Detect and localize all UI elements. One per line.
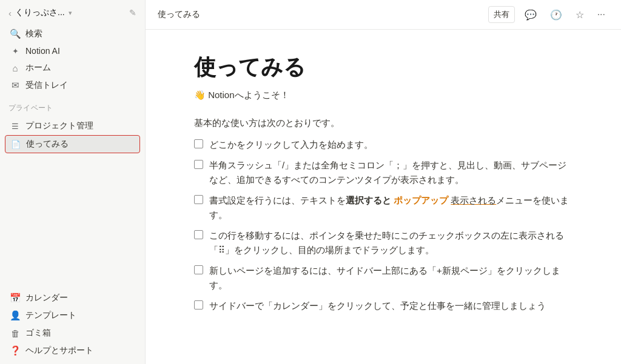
sidebar-item-inbox[interactable]: ✉ 受信トレイ (5, 77, 140, 94)
share-label: 共有 (494, 9, 509, 20)
more-options-button[interactable]: ··· (594, 7, 609, 22)
content-area: 使ってみる 👋 Notionへようこそ！ 基本的な使い方は次のとおりです。 どこ… (146, 30, 621, 364)
private-nav: ☰ プロジェクト管理 📄 使ってみる (0, 115, 145, 156)
checklist-text-3: 書式設定を行うには、テキストを選択すると ポップアップ 表示されるメニューを使い… (209, 193, 572, 222)
sidebar-top: ‹ くりっぷさ... ▾ ✎ (0, 0, 145, 23)
page-title: 使ってみる (194, 54, 572, 80)
checklist-item-3: 書式設定を行うには、テキストを選択すると ポップアップ 表示されるメニューを使い… (194, 193, 572, 222)
templates-icon: 👤 (10, 310, 21, 321)
inbox-icon: ✉ (10, 80, 21, 91)
checklist-3-orange: ポップアップ (394, 195, 448, 205)
notion-ai-icon: ✦ (10, 47, 21, 56)
chevron-down-icon: ▾ (69, 9, 72, 17)
checklist-text-1: どこかをクリックして入力を始めます。 (209, 137, 572, 152)
sidebar-nav: 🔍 検索 ✦ Notion AI ⌂ ホーム ✉ 受信トレイ (0, 23, 145, 96)
sidebar-item-search[interactable]: 🔍 検索 (5, 25, 140, 42)
help-icon: ❓ (10, 345, 21, 356)
project-icon: ☰ (10, 122, 21, 131)
checklist-item-6: サイドバーで「カレンダー」をクリックして、予定と仕事を一緒に管理しましょう (194, 299, 572, 313)
checkbox-5[interactable] (194, 265, 203, 274)
sidebar-bottom: 📅 カレンダー 👤 テンプレート 🗑 ゴミ箱 ❓ ヘルプとサポート (0, 287, 145, 364)
checkbox-2[interactable] (194, 160, 203, 169)
sidebar-item-notion-ai[interactable]: ✦ Notion AI (5, 43, 140, 59)
checkbox-1[interactable] (194, 139, 203, 148)
sidebar-item-notion-ai-label: Notion AI (25, 46, 60, 56)
sidebar-item-templates-label: テンプレート (25, 310, 76, 321)
checklist-text-6: サイドバーで「カレンダー」をクリックして、予定と仕事を一緒に管理しましょう (209, 299, 572, 313)
sidebar-item-help-label: ヘルプとサポート (25, 345, 93, 356)
sidebar-item-try-it[interactable]: 📄 使ってみる (5, 135, 140, 153)
back-icon: ‹ (8, 8, 12, 18)
sidebar-item-calendar[interactable]: 📅 カレンダー (5, 290, 140, 306)
breadcrumb: 使ってみる (158, 9, 200, 20)
calendar-icon: 📅 (10, 293, 21, 303)
comment-button[interactable]: 💬 (521, 7, 540, 23)
trash-icon: 🗑 (10, 328, 21, 339)
topbar-actions: 共有 💬 🕐 ☆ ··· (488, 6, 609, 23)
sidebar-item-inbox-label: 受信トレイ (25, 80, 68, 91)
checklist-text-5: 新しいページを追加するには、サイドバー上部にある「+新規ページ」をクリックします… (209, 263, 572, 293)
checklist-3-bold: 選択すると (346, 195, 391, 205)
workspace-name: くりっぷさ... (15, 7, 65, 18)
history-button[interactable]: 🕐 (546, 7, 566, 23)
sidebar-item-help[interactable]: ❓ ヘルプとサポート (5, 342, 140, 359)
checklist-item-1: どこかをクリックして入力を始めます。 (194, 137, 572, 152)
sidebar: ‹ くりっぷさ... ▾ ✎ 🔍 検索 ✦ Notion AI ⌂ ホーム ✉ … (0, 0, 146, 364)
search-icon: 🔍 (10, 28, 21, 39)
sidebar-item-search-label: 検索 (25, 28, 42, 39)
checklist-text-4: この行を移動するには、ポインタを乗せた時にこのチェックボックスの左に表示される「… (209, 228, 572, 257)
checklist-3-part1: 書式設定を行うには、テキストを (209, 195, 346, 205)
main-area: 使ってみる 共有 💬 🕐 ☆ ··· 使ってみる 👋 Notionへようこそ！ … (146, 0, 621, 364)
sidebar-item-home-label: ホーム (25, 62, 51, 73)
sidebar-item-home[interactable]: ⌂ ホーム (5, 59, 140, 76)
checkbox-3[interactable] (194, 195, 203, 204)
topbar: 使ってみる 共有 💬 🕐 ☆ ··· (146, 0, 621, 30)
checklist-item-2: 半角スラッシュ「/」または全角セミコロン「；」を押すと、見出し、動画、サブページ… (194, 158, 572, 187)
sidebar-item-project[interactable]: ☰ プロジェクト管理 (5, 117, 140, 134)
sidebar-item-try-it-label: 使ってみる (26, 139, 69, 150)
favorite-button[interactable]: ☆ (572, 7, 588, 23)
checkbox-4[interactable] (194, 230, 203, 239)
sidebar-item-calendar-label: カレンダー (25, 293, 68, 303)
checklist-3-underline: 表示される (451, 195, 496, 205)
page-intro-text: 基本的な使い方は次のとおりです。 (194, 116, 572, 130)
checkbox-6[interactable] (194, 300, 203, 309)
checklist-item-5: 新しいページを追加するには、サイドバー上部にある「+新規ページ」をクリックします… (194, 263, 572, 293)
checklist-item-4: この行を移動するには、ポインタを乗せた時にこのチェックボックスの左に表示される「… (194, 228, 572, 257)
workspace-selector[interactable]: ‹ くりっぷさ... ▾ (5, 5, 126, 21)
sidebar-item-trash[interactable]: 🗑 ゴミ箱 (5, 325, 140, 342)
page-icon: 📄 (10, 140, 21, 149)
sidebar-item-trash-label: ゴミ箱 (25, 328, 51, 339)
page-subtitle: 👋 Notionへようこそ！ (194, 90, 572, 101)
edit-icon: ✎ (129, 8, 136, 18)
private-section-label: プライベート (0, 96, 145, 115)
sidebar-item-project-label: プロジェクト管理 (25, 121, 93, 131)
checklist-text-2: 半角スラッシュ「/」または全角セミコロン「；」を押すと、見出し、動画、サブページ… (209, 158, 572, 187)
share-button[interactable]: 共有 (488, 6, 515, 23)
sidebar-item-templates[interactable]: 👤 テンプレート (5, 307, 140, 324)
home-icon: ⌂ (10, 63, 21, 73)
new-page-button[interactable]: ✎ (126, 5, 140, 20)
